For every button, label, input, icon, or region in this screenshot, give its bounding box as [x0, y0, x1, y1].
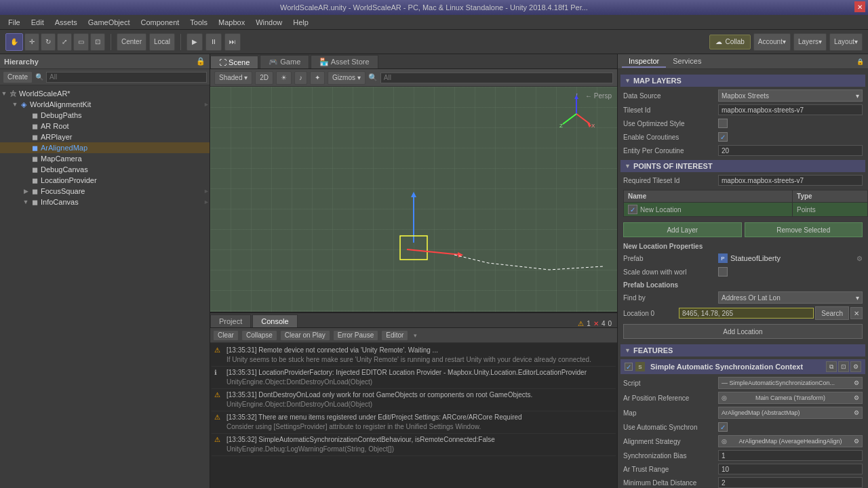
scale-down-checkbox[interactable]	[718, 267, 728, 277]
audio-button[interactable]: ♪	[294, 71, 307, 85]
sync-paste-button[interactable]: ⊡	[838, 361, 849, 372]
clear-location-button[interactable]: ✕	[850, 307, 863, 319]
tree-item-focussquare[interactable]: ▶ ◼ FocusSquare ►	[0, 186, 210, 197]
search-location-button[interactable]: Search	[815, 306, 849, 320]
menu-edit[interactable]: Edit	[26, 17, 50, 28]
tab-project[interactable]: Project	[210, 314, 251, 327]
move-tool[interactable]: ✛	[24, 33, 39, 51]
poi-header[interactable]: ▼ POINTS OF INTEREST	[620, 160, 865, 172]
console-content[interactable]: ⚠ [13:35:31] Remote device not connected…	[210, 343, 617, 488]
add-location-button[interactable]: Add Location	[623, 324, 863, 339]
tree-item-debugcanvas[interactable]: ◼ DebugCanvas	[0, 164, 210, 175]
tree-item-arroot[interactable]: ◼ AR Root	[0, 121, 210, 131]
min-delta-input[interactable]	[718, 477, 863, 488]
scene-view[interactable]: Y X Z ← Persp	[210, 87, 617, 312]
center-button[interactable]: Center	[117, 33, 146, 51]
tree-item-worldalignmentkit[interactable]: ▼ ◈ WorldAlignmentKit ►	[0, 99, 210, 110]
remove-selected-button[interactable]: Remove Selected	[745, 222, 863, 237]
alignment-dropdown[interactable]: ◎ ArAlignedMap (AverageHeadingAlign) ⚙	[718, 435, 863, 447]
menu-mapbox[interactable]: Mapbox	[213, 17, 250, 28]
menu-window[interactable]: Window	[250, 17, 288, 28]
prefab-settings-icon[interactable]: ⚙	[856, 255, 863, 262]
fx-button[interactable]: ✦	[310, 71, 325, 85]
console-entry[interactable]: ⚠ [13:35:31] Remote device not connected…	[212, 344, 616, 367]
menu-assets[interactable]: Assets	[50, 17, 83, 28]
tree-item-locationprovider[interactable]: ◼ LocationProvider	[0, 175, 210, 186]
console-entry[interactable]: ℹ [13:35:31] LocationProviderFactory: In…	[212, 367, 616, 389]
tab-inspector[interactable]: Inspector	[622, 56, 666, 68]
local-button[interactable]: Local	[149, 33, 175, 51]
clear-button[interactable]: Clear	[213, 330, 239, 341]
data-source-dropdown[interactable]: Mapbox Streets ▾	[718, 89, 863, 102]
tree-item-infocanvas[interactable]: ▼ ◼ InfoCanvas ►	[0, 197, 210, 207]
menu-file[interactable]: File	[3, 17, 26, 28]
menu-help[interactable]: Help	[288, 17, 314, 28]
map-dropdown[interactable]: ArAlignedMap (AbstractMap) ⚙	[718, 407, 863, 419]
create-button[interactable]: Create	[3, 71, 33, 83]
editor-button[interactable]: Editor	[381, 330, 408, 341]
scale-tool[interactable]: ⤢	[57, 33, 72, 51]
tab-console[interactable]: Console	[252, 314, 297, 327]
custom-tool[interactable]: ⊡	[90, 33, 105, 51]
inspector-lock-icon[interactable]: 🔒	[856, 58, 864, 65]
location-input[interactable]	[679, 308, 814, 319]
tileset-id-input[interactable]	[718, 104, 863, 115]
tree-item-arplayer[interactable]: ◼ ARPlayer	[0, 131, 210, 142]
console-entry[interactable]: ⚠ [13:35:32] There are menu items regist…	[212, 411, 616, 434]
tree-item-worldscale[interactable]: ▼ ⛤ WorldScaleAR*	[0, 88, 210, 99]
entity-input[interactable]	[718, 145, 863, 156]
collab-button[interactable]: ☁ Collab	[709, 35, 750, 49]
tree-item-aralignedmap[interactable]: ◼ ArAlignedMap	[0, 142, 210, 153]
use-auto-sync-checkbox[interactable]	[718, 422, 728, 432]
scene-search[interactable]	[380, 73, 613, 83]
sync-enable-checkbox[interactable]	[625, 363, 633, 371]
menu-gameobject[interactable]: GameObject	[83, 17, 136, 28]
console-entry[interactable]: ⚠ [13:35:31] DontDestroyOnLoad only work…	[212, 389, 616, 411]
optimized-checkbox[interactable]	[718, 119, 728, 128]
hand-tool[interactable]: ✋	[5, 33, 23, 51]
layers-button[interactable]: Layers ▾	[793, 33, 827, 51]
tab-game[interactable]: 🎮 Game	[260, 55, 309, 68]
tab-scene[interactable]: ⛶ Scene	[210, 56, 258, 68]
layout-button[interactable]: Layout ▾	[829, 33, 863, 51]
poi-row[interactable]: New Location Points	[624, 203, 868, 217]
sync-bias-input[interactable]	[718, 450, 863, 461]
req-tileset-input[interactable]	[718, 175, 863, 186]
hierarchy-lock-icon[interactable]: 🔒	[196, 57, 205, 66]
ar-trust-input[interactable]	[718, 464, 863, 474]
add-layer-button[interactable]: Add Layer	[623, 222, 742, 237]
play-button[interactable]: ▶	[186, 33, 203, 51]
account-button[interactable]: Account ▾	[753, 33, 791, 51]
error-pause-button[interactable]: Error Pause	[333, 330, 378, 341]
ar-pos-dropdown[interactable]: ◎ Main Camera (Transform) ⚙	[718, 392, 863, 404]
tab-services[interactable]: Services	[666, 56, 708, 68]
shading-dropdown[interactable]: Shaded ▾	[214, 71, 252, 85]
map-layers-header[interactable]: ▼ MAP LAYERS	[620, 75, 865, 87]
menu-tools[interactable]: Tools	[184, 17, 213, 28]
hierarchy-header: Hierarchy 🔒	[0, 54, 210, 69]
rect-tool[interactable]: ▭	[73, 33, 89, 51]
hierarchy-search[interactable]	[46, 72, 207, 83]
sync-copy-button[interactable]: ⧉	[826, 361, 837, 372]
gizmos-button[interactable]: Gizmos ▾	[328, 71, 366, 85]
2d-button[interactable]: 2D	[255, 71, 273, 85]
sync-settings-button[interactable]: ⚙	[850, 361, 861, 372]
step-button[interactable]: ⏭	[224, 33, 241, 51]
rotate-tool[interactable]: ↻	[41, 33, 56, 51]
find-by-dropdown[interactable]: Address Or Lat Lon ▾	[718, 291, 863, 304]
pause-button[interactable]: ⏸	[205, 33, 222, 51]
console-entry[interactable]: ⚠ [13:35:32] SimpleAutomaticSynchronizat…	[212, 434, 616, 456]
clear-on-play-button[interactable]: Clear on Play	[280, 330, 330, 341]
features-header[interactable]: ▼ FEATURES	[620, 344, 865, 357]
poi-checkbox[interactable]	[628, 205, 637, 214]
tree-item-debugpaths[interactable]: ◼ DebugPaths	[0, 110, 210, 121]
entity-label: Entity Per Coroutine	[623, 147, 718, 155]
tab-asset-store[interactable]: 🏪 Asset Store	[311, 55, 378, 68]
lighting-button[interactable]: ☀	[276, 71, 292, 85]
script-dropdown[interactable]: ― SimpleAutomaticSynchronizationCon... ⚙	[718, 377, 863, 389]
collapse-button[interactable]: Collapse	[241, 330, 277, 341]
menu-component[interactable]: Component	[135, 17, 184, 28]
close-button[interactable]: ✕	[854, 1, 865, 12]
coroutines-checkbox[interactable]	[718, 132, 728, 142]
tree-item-mapcamera[interactable]: ◼ MapCamera	[0, 153, 210, 164]
